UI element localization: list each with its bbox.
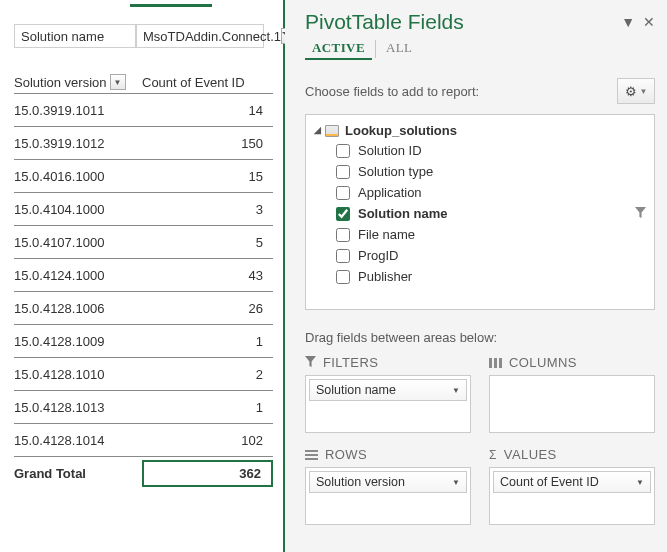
table-name: Lookup_solutions [345,123,457,138]
filters-item: Solution name [316,383,396,397]
table-node[interactable]: ◢ Lookup_solutions [314,123,650,138]
table-row[interactable]: 15.0.4016.100015 [14,160,273,193]
pivot-filter-value-cell[interactable]: MsoTDAddin.Connect.1 [136,24,264,48]
pivot-filter-row: Solution name MsoTDAddin.Connect.1 [14,24,273,48]
area-grid: FILTERS Solution name ▼ COLUMNS ROWS Sol… [305,355,655,525]
values-item: Count of Event ID [500,475,599,489]
columns-title: COLUMNS [509,355,577,370]
pivottable-fields-pane: PivotTable Fields ▼ ✕ ACTIVE ALL Choose … [285,0,667,552]
table-row[interactable]: 15.0.4128.10091 [14,325,273,358]
values-well[interactable]: Count of Event ID ▼ [489,467,655,525]
pivot-col2-header: Count of Event ID [142,75,245,90]
field-list-options-button[interactable]: ⚙ ▼ [617,78,655,104]
field-item[interactable]: ProgID [312,245,650,266]
area-values: ΣVALUES Count of Event ID ▼ [489,447,655,525]
rows-well[interactable]: Solution version ▼ [305,467,471,525]
dropdown-arrow-icon[interactable]: ▼ [621,14,635,30]
field-item[interactable]: Publisher [312,266,650,287]
pivot-table-panel: Solution name MsoTDAddin.Connect.1 Solut… [0,0,285,552]
dropdown-icon[interactable]: ▼ [110,74,126,90]
field-checkbox[interactable] [336,165,350,179]
count-cell: 14 [142,103,273,118]
field-item[interactable]: Solution ID [312,140,650,161]
count-cell: 26 [142,301,273,316]
field-checkbox[interactable] [336,249,350,263]
close-icon[interactable]: ✕ [643,14,655,30]
choose-fields-label: Choose fields to add to report: [305,84,479,99]
field-label: Solution ID [358,143,422,158]
version-cell: 15.0.4128.1013 [14,400,142,415]
pivot-filter-label: Solution name [14,24,136,48]
field-item[interactable]: Application [312,182,650,203]
tab-all[interactable]: ALL [379,38,419,60]
version-cell: 15.0.4104.1000 [14,202,142,217]
rows-icon [305,450,318,460]
values-pill[interactable]: Count of Event ID ▼ [493,471,651,493]
table-row[interactable]: 15.0.4107.10005 [14,226,273,259]
version-cell: 15.0.3919.1011 [14,103,142,118]
pivot-header: Solution version ▼ Count of Event ID [14,74,273,94]
count-cell: 3 [142,202,273,217]
gear-icon: ⚙ [625,84,637,99]
table-row[interactable]: 15.0.3919.101114 [14,94,273,127]
field-label: Publisher [358,269,412,284]
table-row[interactable]: 15.0.4128.100626 [14,292,273,325]
table-row[interactable]: 15.0.4128.1014102 [14,424,273,457]
version-cell: 15.0.4016.1000 [14,169,142,184]
filters-title: FILTERS [323,355,378,370]
count-cell: 43 [142,268,273,283]
field-list-scroll[interactable]: ◢ Lookup_solutions Solution IDSolution t… [306,115,654,309]
table-row[interactable]: 15.0.4128.10102 [14,358,273,391]
area-rows: ROWS Solution version ▼ [305,447,471,525]
expand-triangle-icon: ◢ [314,125,321,135]
grand-total-row[interactable]: Grand Total362 [14,457,273,490]
chevron-down-icon: ▼ [452,478,460,487]
table-row[interactable]: 15.0.4128.10131 [14,391,273,424]
count-cell: 102 [142,433,273,448]
field-label: Solution name [358,206,448,221]
version-cell: 15.0.4107.1000 [14,235,142,250]
field-checkbox[interactable] [336,144,350,158]
table-row[interactable]: 15.0.4124.100043 [14,259,273,292]
chevron-down-icon: ▼ [452,386,460,395]
count-cell: 1 [142,400,273,415]
field-checkbox[interactable] [336,270,350,284]
count-cell: 1 [142,334,273,349]
version-cell: 15.0.4128.1010 [14,367,142,382]
field-item[interactable]: Solution name [312,203,650,224]
tab-active[interactable]: ACTIVE [305,38,372,60]
filters-well[interactable]: Solution name ▼ [305,375,471,433]
version-cell: 15.0.4128.1014 [14,433,142,448]
pane-title: PivotTable Fields [305,10,464,34]
filters-pill[interactable]: Solution name ▼ [309,379,467,401]
count-cell: 150 [142,136,273,151]
area-filters: FILTERS Solution name ▼ [305,355,471,433]
version-cell: 15.0.3919.1012 [14,136,142,151]
field-item[interactable]: Solution type [312,161,650,182]
field-label: File name [358,227,415,242]
version-cell: 15.0.4124.1000 [14,268,142,283]
field-checkbox[interactable] [336,186,350,200]
count-cell: 15 [142,169,273,184]
columns-icon [489,358,502,368]
funnel-icon[interactable] [635,207,646,221]
field-list: ◢ Lookup_solutions Solution IDSolution t… [305,114,655,310]
area-columns: COLUMNS [489,355,655,433]
drag-fields-label: Drag fields between areas below: [305,330,655,345]
rows-pill[interactable]: Solution version ▼ [309,471,467,493]
field-checkbox[interactable] [336,207,350,221]
count-cell: 2 [142,367,273,382]
field-item[interactable]: File name [312,224,650,245]
values-title: VALUES [504,447,557,462]
table-row[interactable]: 15.0.4104.10003 [14,193,273,226]
field-label: Solution type [358,164,433,179]
columns-well[interactable] [489,375,655,433]
version-cell: 15.0.4128.1006 [14,301,142,316]
table-row[interactable]: 15.0.3919.1012150 [14,127,273,160]
field-tabbar: ACTIVE ALL [305,38,655,60]
pivot-col1-header: Solution version [14,75,107,90]
grand-total-label: Grand Total [14,466,142,481]
table-icon [325,125,339,137]
field-checkbox[interactable] [336,228,350,242]
chevron-down-icon: ▼ [636,478,644,487]
